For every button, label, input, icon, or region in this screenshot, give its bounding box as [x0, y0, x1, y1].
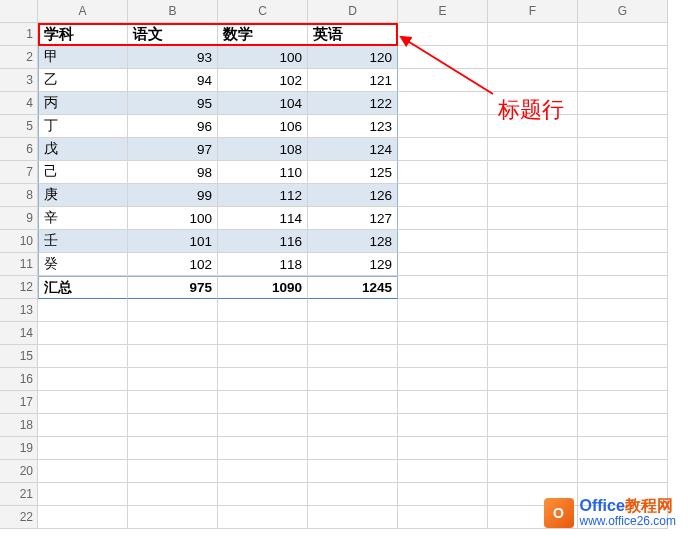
- row-header-14[interactable]: 14: [0, 322, 38, 345]
- row-header-7[interactable]: 7: [0, 161, 38, 184]
- totals-value-0[interactable]: 975: [128, 276, 218, 299]
- cell-G4[interactable]: [578, 92, 668, 115]
- column-header-C[interactable]: C: [218, 0, 308, 23]
- data-cell-r6-c1[interactable]: 112: [218, 184, 308, 207]
- cell-E20[interactable]: [398, 460, 488, 483]
- cell-E22[interactable]: [398, 506, 488, 529]
- row-header-3[interactable]: 3: [0, 69, 38, 92]
- cell-D14[interactable]: [308, 322, 398, 345]
- cell-C13[interactable]: [218, 299, 308, 322]
- data-cell-r3-c1[interactable]: 106: [218, 115, 308, 138]
- cell-G8[interactable]: [578, 184, 668, 207]
- cell-A15[interactable]: [38, 345, 128, 368]
- cell-A21[interactable]: [38, 483, 128, 506]
- column-header-G[interactable]: G: [578, 0, 668, 23]
- data-cell-r0-c0[interactable]: 93: [128, 46, 218, 69]
- data-cell-r1-c1[interactable]: 102: [218, 69, 308, 92]
- row-header-18[interactable]: 18: [0, 414, 38, 437]
- row-name-8[interactable]: 壬: [38, 230, 128, 253]
- cell-F9[interactable]: [488, 207, 578, 230]
- cell-D20[interactable]: [308, 460, 398, 483]
- cell-B15[interactable]: [128, 345, 218, 368]
- row-header-17[interactable]: 17: [0, 391, 38, 414]
- cell-B14[interactable]: [128, 322, 218, 345]
- cell-D22[interactable]: [308, 506, 398, 529]
- data-cell-r8-c0[interactable]: 101: [128, 230, 218, 253]
- column-header-B[interactable]: B: [128, 0, 218, 23]
- row-header-16[interactable]: 16: [0, 368, 38, 391]
- cell-G20[interactable]: [578, 460, 668, 483]
- cell-B20[interactable]: [128, 460, 218, 483]
- cell-A20[interactable]: [38, 460, 128, 483]
- data-cell-r9-c0[interactable]: 102: [128, 253, 218, 276]
- cell-G10[interactable]: [578, 230, 668, 253]
- totals-value-2[interactable]: 1245: [308, 276, 398, 299]
- cell-G2[interactable]: [578, 46, 668, 69]
- cell-E21[interactable]: [398, 483, 488, 506]
- cell-E10[interactable]: [398, 230, 488, 253]
- cell-C16[interactable]: [218, 368, 308, 391]
- cell-D19[interactable]: [308, 437, 398, 460]
- row-name-6[interactable]: 庚: [38, 184, 128, 207]
- data-cell-r3-c0[interactable]: 96: [128, 115, 218, 138]
- cell-E8[interactable]: [398, 184, 488, 207]
- cell-G5[interactable]: [578, 115, 668, 138]
- row-header-22[interactable]: 22: [0, 506, 38, 529]
- row-header-4[interactable]: 4: [0, 92, 38, 115]
- cell-B18[interactable]: [128, 414, 218, 437]
- data-cell-r2-c1[interactable]: 104: [218, 92, 308, 115]
- row-header-13[interactable]: 13: [0, 299, 38, 322]
- cell-F20[interactable]: [488, 460, 578, 483]
- cell-B13[interactable]: [128, 299, 218, 322]
- cell-G19[interactable]: [578, 437, 668, 460]
- row-header-2[interactable]: 2: [0, 46, 38, 69]
- cell-C14[interactable]: [218, 322, 308, 345]
- cell-E5[interactable]: [398, 115, 488, 138]
- cell-F7[interactable]: [488, 161, 578, 184]
- data-cell-r1-c0[interactable]: 94: [128, 69, 218, 92]
- cell-C17[interactable]: [218, 391, 308, 414]
- data-cell-r4-c2[interactable]: 124: [308, 138, 398, 161]
- cell-F1[interactable]: [488, 23, 578, 46]
- cell-A14[interactable]: [38, 322, 128, 345]
- cell-F19[interactable]: [488, 437, 578, 460]
- cell-B16[interactable]: [128, 368, 218, 391]
- cell-A16[interactable]: [38, 368, 128, 391]
- data-cell-r2-c2[interactable]: 122: [308, 92, 398, 115]
- cell-D17[interactable]: [308, 391, 398, 414]
- cell-E7[interactable]: [398, 161, 488, 184]
- table-header-1[interactable]: 语文: [128, 23, 218, 46]
- cell-F11[interactable]: [488, 253, 578, 276]
- cell-G14[interactable]: [578, 322, 668, 345]
- data-cell-r0-c1[interactable]: 100: [218, 46, 308, 69]
- cell-F10[interactable]: [488, 230, 578, 253]
- cell-A19[interactable]: [38, 437, 128, 460]
- row-header-9[interactable]: 9: [0, 207, 38, 230]
- row-header-11[interactable]: 11: [0, 253, 38, 276]
- cell-E14[interactable]: [398, 322, 488, 345]
- cell-G3[interactable]: [578, 69, 668, 92]
- cell-A18[interactable]: [38, 414, 128, 437]
- data-cell-r5-c1[interactable]: 110: [218, 161, 308, 184]
- data-cell-r4-c1[interactable]: 108: [218, 138, 308, 161]
- cell-D13[interactable]: [308, 299, 398, 322]
- cell-D21[interactable]: [308, 483, 398, 506]
- cell-F16[interactable]: [488, 368, 578, 391]
- cell-E15[interactable]: [398, 345, 488, 368]
- cell-G18[interactable]: [578, 414, 668, 437]
- data-cell-r7-c1[interactable]: 114: [218, 207, 308, 230]
- data-cell-r6-c2[interactable]: 126: [308, 184, 398, 207]
- cell-G15[interactable]: [578, 345, 668, 368]
- row-name-9[interactable]: 癸: [38, 253, 128, 276]
- cell-F12[interactable]: [488, 276, 578, 299]
- cell-G1[interactable]: [578, 23, 668, 46]
- column-header-D[interactable]: D: [308, 0, 398, 23]
- cell-A13[interactable]: [38, 299, 128, 322]
- table-header-3[interactable]: 英语: [308, 23, 398, 46]
- cell-E12[interactable]: [398, 276, 488, 299]
- totals-label[interactable]: 汇总: [38, 276, 128, 299]
- cell-C20[interactable]: [218, 460, 308, 483]
- cell-D18[interactable]: [308, 414, 398, 437]
- cell-G13[interactable]: [578, 299, 668, 322]
- cell-E19[interactable]: [398, 437, 488, 460]
